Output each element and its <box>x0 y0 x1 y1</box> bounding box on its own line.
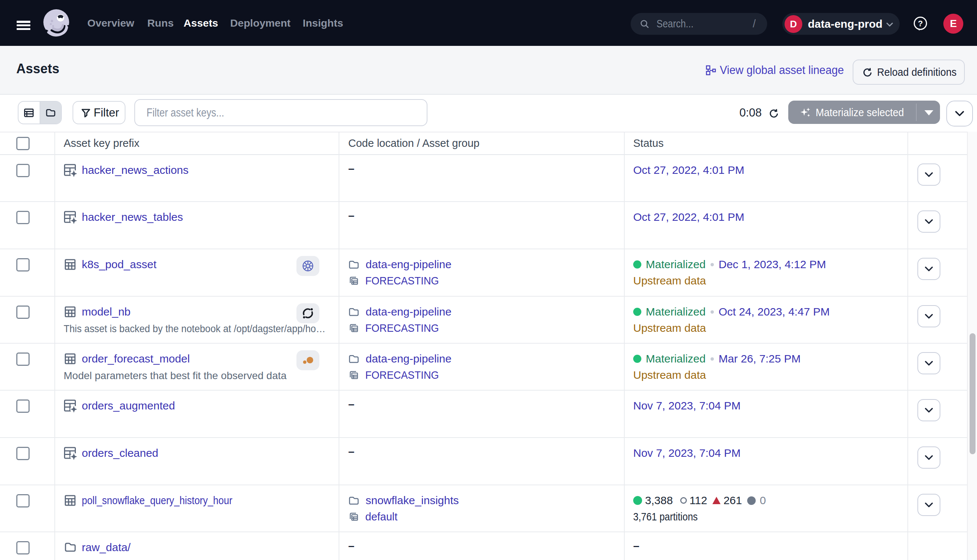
svg-text:?: ? <box>918 19 923 28</box>
